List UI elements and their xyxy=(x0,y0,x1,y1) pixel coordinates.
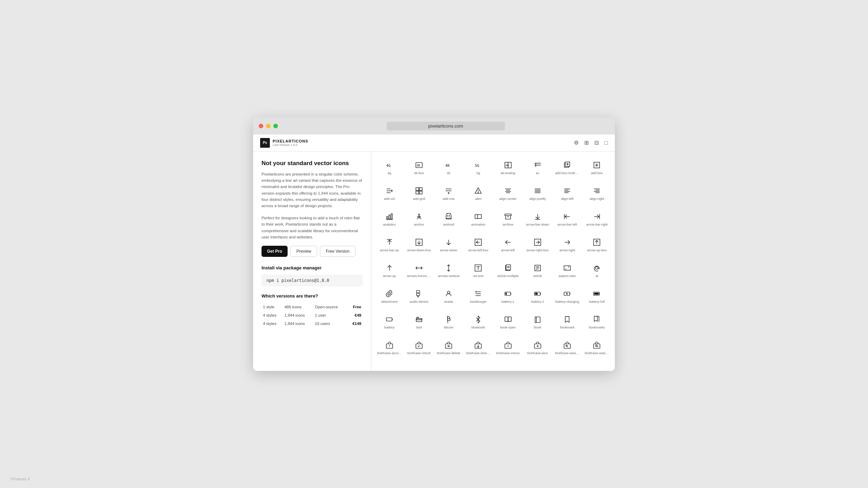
free-version-button[interactable]: Free Version xyxy=(320,246,355,257)
icon-grid-panel: 4G4g4K4k-box4K4k5G5gABab-testingacadd-bo… xyxy=(371,152,615,371)
icon-arrow-left-box[interactable]: arrow-left-box xyxy=(464,232,493,257)
versions-table: 1 style 486 icons Open-source Free 4 sty… xyxy=(262,303,363,328)
icon-avatar[interactable]: avatar xyxy=(434,284,463,309)
icon-battery-full[interactable]: battery-full xyxy=(582,284,611,309)
icon-book[interactable]: book xyxy=(523,309,552,334)
install-command[interactable]: npm i pixelarticons@1.8.0 xyxy=(262,275,363,286)
settings-icon[interactable]: ⚙ xyxy=(574,139,579,146)
icon-aspect-ratio[interactable]: aspect-ratio xyxy=(553,258,582,283)
icon-at[interactable]: at xyxy=(582,258,611,283)
icon-bluetooth[interactable]: bluetooth xyxy=(464,309,493,334)
icon-article[interactable]: article xyxy=(523,258,552,283)
icon-briefcase-minus[interactable]: briefcase-minus xyxy=(493,335,522,360)
version-style: 4 styles xyxy=(262,311,283,319)
icon-audio-device[interactable]: audio-device xyxy=(404,284,433,309)
icon-battery[interactable]: battery xyxy=(375,309,404,334)
maximize-button[interactable] xyxy=(273,124,278,128)
icon-bookmarks[interactable]: bookmarks xyxy=(582,309,611,334)
preview-button[interactable]: Preview xyxy=(290,246,317,257)
close-button[interactable] xyxy=(259,124,263,128)
icon-animation[interactable]: animation xyxy=(464,206,493,231)
arrow-down-label: arrow-down xyxy=(440,248,457,252)
icon-briefcase-acco...[interactable]: briefcase-acco... xyxy=(375,335,404,360)
book-icon xyxy=(533,315,542,324)
at-label: at xyxy=(595,274,598,278)
app-header: Px PIXELARTICONS Last release 1.8.0 ⚙ ⊞ … xyxy=(253,135,615,152)
arrows-horizontal-icon xyxy=(415,264,423,272)
icon-art-text[interactable]: art-text xyxy=(464,258,493,283)
icon-arrow-up[interactable]: arrow-up xyxy=(375,258,404,283)
4k-icon: 4K xyxy=(444,161,453,169)
bed-icon xyxy=(415,315,423,324)
icon-add-grid[interactable]: add-grid xyxy=(404,181,433,206)
icon-analytics[interactable]: analytics xyxy=(375,206,404,231)
arrow-bar-left-icon xyxy=(563,212,571,221)
icon-arrows-horizontal[interactable]: arrows-horizontal xyxy=(404,258,433,283)
watermark: ©Frames X xyxy=(10,477,30,481)
briefcase-acco...-label: briefcase-acco... xyxy=(377,351,402,355)
icon-attachment[interactable]: attachment xyxy=(375,284,404,309)
icon-arrow-left[interactable]: arrow-left xyxy=(493,232,522,257)
icon-align-center[interactable]: align-center xyxy=(493,181,522,206)
icon-battery-2[interactable]: battery-2 xyxy=(523,284,552,309)
icon-align-justify[interactable]: align-justify xyxy=(523,181,552,206)
icon-arrow-bar-down[interactable]: arrow-bar-down xyxy=(523,206,552,231)
icon-battery-charging[interactable]: battery-charging xyxy=(553,284,582,309)
icon-anchor[interactable]: anchor xyxy=(404,206,433,231)
copy-icon[interactable]: □ xyxy=(604,140,608,146)
icon-bitcoin[interactable]: bitcoin xyxy=(434,309,463,334)
icon-briefcase-searc...[interactable]: briefcase-searc... xyxy=(553,335,582,360)
arrow-bar-right-icon xyxy=(593,212,601,221)
icon-5g[interactable]: 5G5g xyxy=(464,155,493,180)
icon-arrow-down-box[interactable]: arrow-down-box xyxy=(404,232,433,257)
icon-arrow-bar-right[interactable]: arrow-bar-right xyxy=(582,206,611,231)
icon-briefcase-plus[interactable]: briefcase-plus xyxy=(523,335,552,360)
briefcase-minus-label: briefcase-minus xyxy=(496,351,520,355)
analytics-icon xyxy=(385,212,394,221)
briefcase-plus-label: briefcase-plus xyxy=(527,351,548,355)
icon-article-multiple[interactable]: article-multiple xyxy=(493,258,522,283)
icon-bed[interactable]: bed xyxy=(404,309,433,334)
icon-add-box-multiple[interactable]: add-box-multiple xyxy=(553,155,582,180)
icon-backburger[interactable]: backburger xyxy=(464,284,493,309)
alert-label: alert xyxy=(475,197,481,201)
5g-label: 5g xyxy=(476,171,480,175)
url-bar[interactable]: pixelarticons.com xyxy=(387,122,505,130)
icon-ac[interactable]: ac xyxy=(523,155,552,180)
icon-arrow-down[interactable]: arrow-down xyxy=(434,232,463,257)
icon-add-box[interactable]: add-box xyxy=(582,155,611,180)
icon-arrow-up-box[interactable]: arrow-up-box xyxy=(582,232,611,257)
icon-briefcase-check[interactable]: briefcase-check xyxy=(404,335,433,360)
icon-arrow-bar-up[interactable]: arrow-bar-up xyxy=(375,232,404,257)
icon-align-right[interactable]: align-right xyxy=(582,181,611,206)
battery-2-icon xyxy=(533,290,542,298)
icon-ab-testing[interactable]: ABab-testing xyxy=(493,155,522,180)
icon-align-left[interactable]: align-left xyxy=(553,181,582,206)
icon-4k-box[interactable]: 4K4k-box xyxy=(404,155,433,180)
svg-text:4G: 4G xyxy=(386,164,390,168)
icon-4g[interactable]: 4G4g xyxy=(375,155,404,180)
icon-arrow-bar-left[interactable]: arrow-bar-left xyxy=(553,206,582,231)
icon-bookmark[interactable]: bookmark xyxy=(553,309,582,334)
icon-arrow-right-box[interactable]: arrow-right-box xyxy=(523,232,552,257)
icon-briefcase-search[interactable]: briefcase-search xyxy=(582,335,611,360)
briefcase-acco...-icon xyxy=(385,341,394,349)
icon-archive[interactable]: archive xyxy=(493,206,522,231)
icon-android[interactable]: android xyxy=(434,206,463,231)
grid-icon[interactable]: ⊞ xyxy=(584,139,589,146)
icon-battery-1[interactable]: battery-1 xyxy=(493,284,522,309)
icon-arrows-vertical[interactable]: arrows-vertical xyxy=(434,258,463,283)
icon-briefcase-down...[interactable]: briefcase-down... xyxy=(464,335,493,360)
icon-book-open[interactable]: book-open xyxy=(493,309,522,334)
icon-add-row[interactable]: add-row xyxy=(434,181,463,206)
share-icon[interactable]: ⊟ xyxy=(594,139,599,146)
arrow-bar-right-label: arrow-bar-right xyxy=(586,222,608,226)
arrow-right-box-icon xyxy=(533,238,542,246)
icon-alert[interactable]: alert xyxy=(464,181,493,206)
icon-briefcase-delete[interactable]: briefcase-delete xyxy=(434,335,463,360)
minimize-button[interactable] xyxy=(266,124,271,128)
get-pro-button[interactable]: Get Pro xyxy=(262,246,288,257)
icon-add-col[interactable]: add-col xyxy=(375,181,404,206)
icon-4k[interactable]: 4K4k xyxy=(434,155,463,180)
icon-arrow-right[interactable]: arrow-right xyxy=(553,232,582,257)
